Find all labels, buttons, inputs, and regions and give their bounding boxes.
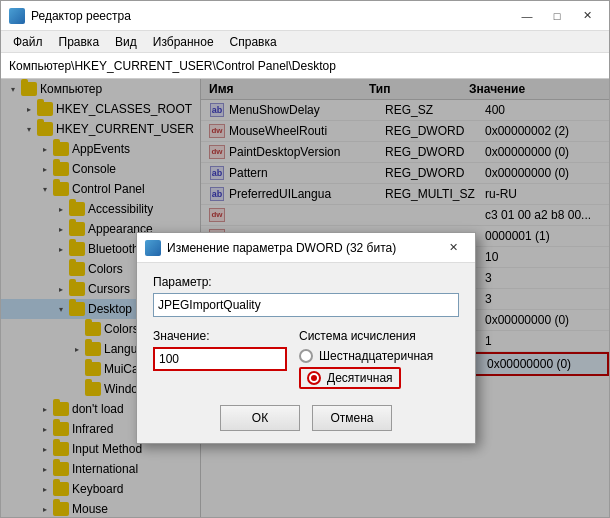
dialog-title-bar: Изменение параметра DWORD (32 бита) ✕ [137,233,475,263]
menu-bar: Файл Правка Вид Избранное Справка [1,31,609,53]
radio-decimal-label: Десятичная [327,371,393,385]
main-window: Редактор реестра — □ ✕ Файл Правка Вид И… [0,0,610,518]
radio-decimal-item[interactable]: Десятичная [299,367,459,389]
decimal-box: Десятичная [299,367,401,389]
dialog-body: Параметр: Значение: Система исчисления [137,263,475,443]
close-button[interactable]: ✕ [573,6,601,26]
dialog-title: Изменение параметра DWORD (32 бита) [167,241,439,255]
maximize-button[interactable]: □ [543,6,571,26]
radio-hex-circle [299,349,313,363]
dialog-icon [145,240,161,256]
dialog-overlay: Изменение параметра DWORD (32 бита) ✕ Па… [1,79,609,517]
radio-group: Шестнадцатеричная Десятичная [299,349,459,389]
menu-edit[interactable]: Правка [51,33,108,51]
address-bar: Компьютер\HKEY_CURRENT_USER\Control Pane… [1,53,609,79]
title-bar: Редактор реестра — □ ✕ [1,1,609,31]
value-label: Значение: [153,329,287,343]
dialog-close-button[interactable]: ✕ [439,238,467,258]
dialog-left: Значение: [153,329,287,371]
menu-file[interactable]: Файл [5,33,51,51]
minimize-button[interactable]: — [513,6,541,26]
radio-decimal-circle [307,371,321,385]
dialog-value-row: Значение: Система исчисления Шестнадцате… [153,329,459,389]
dialog-right: Система исчисления Шестнадцатеричная [299,329,459,389]
cancel-button[interactable]: Отмена [312,405,392,431]
dialog-buttons: ОК Отмена [153,405,459,431]
content-wrapper: ▾ Компьютер ▸ HKEY_CLASSES_ROOT ▾ HKEY_C… [1,79,609,517]
radio-dot [311,375,317,381]
menu-help[interactable]: Справка [222,33,285,51]
param-label: Параметр: [153,275,459,289]
system-label: Система исчисления [299,329,459,343]
dword-dialog: Изменение параметра DWORD (32 бита) ✕ Па… [136,232,476,444]
menu-view[interactable]: Вид [107,33,145,51]
radio-hex-item[interactable]: Шестнадцатеричная [299,349,459,363]
window-controls: — □ ✕ [513,6,601,26]
address-text: Компьютер\HKEY_CURRENT_USER\Control Pane… [9,59,336,73]
param-input[interactable] [153,293,459,317]
window-title: Редактор реестра [31,9,513,23]
menu-favorites[interactable]: Избранное [145,33,222,51]
app-icon [9,8,25,24]
value-input[interactable] [153,347,287,371]
ok-button[interactable]: ОК [220,405,300,431]
radio-hex-label: Шестнадцатеричная [319,349,433,363]
